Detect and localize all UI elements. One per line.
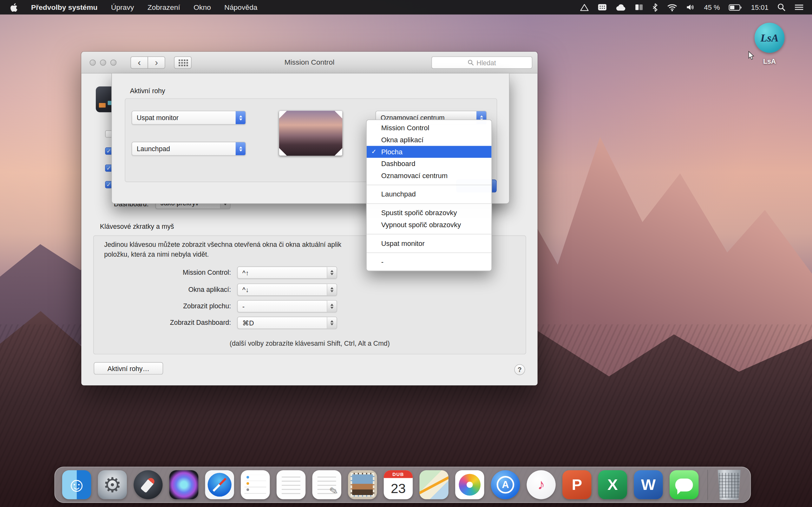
search-input[interactable]: Hledat: [432, 56, 532, 69]
dock-powerpoint[interactable]: P: [562, 470, 591, 499]
menu-okno[interactable]: Okno: [194, 3, 211, 11]
pen-icon: ✎: [328, 484, 339, 498]
dock-messages[interactable]: [670, 470, 699, 499]
dock-photos[interactable]: [455, 470, 484, 499]
gear-icon: ⚙: [103, 474, 122, 495]
shortcut-label-show-desktop: Zobrazit plochu:: [94, 300, 231, 313]
menu-zobrazeni[interactable]: Zobrazení: [148, 3, 180, 11]
calendar-day: 23: [384, 478, 413, 499]
help-button[interactable]: ?: [514, 364, 525, 375]
cloud-icon[interactable]: [616, 3, 626, 11]
dock-maps[interactable]: [419, 470, 448, 499]
menu-item-oznamovaci-centrum[interactable]: Oznamovací centrum: [367, 170, 491, 182]
menu-bar: Předvolby systému Úpravy Zobrazení Okno …: [0, 0, 812, 14]
shortcut-label-mission-control: Mission Control:: [94, 267, 231, 279]
volume-icon[interactable]: [687, 3, 695, 11]
notification-list-icon[interactable]: [794, 3, 803, 11]
menu-separator: [367, 234, 491, 234]
desktop: Předvolby systému Úpravy Zobrazení Okno …: [0, 0, 812, 507]
apple-menu-icon[interactable]: [10, 3, 18, 12]
menu-item-launchpad[interactable]: Launchpad: [367, 188, 491, 200]
shortcut-value: ^↑: [238, 269, 327, 276]
shortcut-popup-show-dashboard[interactable]: ⌘D: [237, 317, 337, 329]
rocket-icon: [140, 476, 156, 493]
menu-upravy[interactable]: Úpravy: [111, 3, 134, 11]
input-source-icon[interactable]: [598, 3, 607, 11]
menu-item-spustit-sporic[interactable]: Spustit spořič obrazovky: [367, 207, 491, 219]
shortcuts-section-title: Klávesové zkratky a myš: [100, 222, 174, 230]
dock-itunes[interactable]: ♪: [526, 470, 555, 499]
document-lines-icon: [282, 476, 300, 494]
menu-item-vypnout-sporic[interactable]: Vypnout spořič obrazovky: [367, 219, 491, 231]
desktop-shortcut-lsa[interactable]: LsA LsA: [749, 23, 791, 65]
shortcut-value: -: [238, 302, 327, 310]
hot-corner-marker-bottom-right: [335, 148, 342, 156]
app-store-a-icon: A: [497, 476, 514, 494]
lsa-badge-icon: LsA: [755, 23, 785, 53]
dock-reminders[interactable]: [241, 470, 270, 499]
stepper-icon: [236, 142, 246, 155]
stepper-icon: [236, 111, 246, 124]
dock-mail-stamp[interactable]: [348, 470, 377, 499]
dock-pages[interactable]: [276, 470, 305, 499]
drive-icon[interactable]: [580, 3, 589, 11]
compass-icon: [208, 473, 232, 497]
panels-icon[interactable]: [635, 3, 643, 11]
menu-item-uspat-monitor[interactable]: Uspat monitor: [367, 237, 491, 249]
dock-trash[interactable]: [717, 469, 742, 500]
hot-corners-button[interactable]: Aktivní rohy…: [94, 362, 163, 375]
corner-bottom-left-popup[interactable]: Launchpad: [132, 142, 246, 156]
dock-word[interactable]: W: [634, 470, 663, 499]
shortcuts-footnote: (další volby zobrazíte klávesami Shift, …: [94, 339, 526, 347]
finder-face-icon: ☺: [67, 475, 87, 495]
dock-excel[interactable]: X: [598, 470, 627, 499]
menu-item-okna-aplikaci[interactable]: Okna aplikací: [367, 134, 491, 146]
dock-app-store[interactable]: A: [491, 470, 520, 499]
battery-percentage: 45 %: [704, 3, 720, 11]
trash-mesh-icon: [719, 473, 740, 498]
menu-item-dashboard[interactable]: Dashboard: [367, 158, 491, 170]
dock-siri[interactable]: [169, 470, 198, 499]
search-placeholder: Hledat: [476, 59, 496, 66]
dock: ☺ ⚙ ✎ DUB 23 A ♪ P X W: [54, 467, 751, 503]
window-titlebar[interactable]: ‹ › Mission Control Hledat: [81, 52, 537, 73]
dock-finder[interactable]: ☺: [62, 470, 91, 499]
shortcut-label-app-windows: Okna aplikací:: [94, 284, 231, 296]
calendar-month: DUB: [384, 470, 413, 478]
hot-corner-marker-top-right: [335, 111, 342, 118]
dock-calendar[interactable]: DUB 23: [384, 470, 413, 499]
shortcuts-description-line1: Jedinou klávesou můžete zobrazit všechna…: [104, 239, 341, 249]
reminder-dot: [247, 488, 249, 491]
menu-item-mission-control[interactable]: Mission Control: [367, 122, 491, 134]
menu-item-none[interactable]: -: [367, 256, 491, 268]
stepper-icon: [327, 267, 337, 278]
pinwheel-center: [467, 482, 473, 488]
dock-safari[interactable]: [205, 470, 234, 499]
spotlight-icon[interactable]: [777, 3, 786, 11]
word-letter: W: [641, 477, 656, 493]
reminder-dot: [247, 482, 249, 485]
shortcut-popup-mission-control[interactable]: ^↑: [237, 267, 337, 279]
menu-bar-clock[interactable]: 15:01: [751, 3, 768, 11]
battery-icon[interactable]: [728, 4, 742, 10]
menu-item-plocha[interactable]: ✓Plocha: [367, 146, 491, 158]
shortcut-popup-app-windows[interactable]: ^↓: [237, 284, 337, 296]
shortcut-popup-show-desktop[interactable]: -: [237, 300, 337, 313]
bluetooth-icon[interactable]: [652, 3, 658, 12]
stamp-image-icon: [351, 473, 374, 497]
hot-corner-marker-bottom-left: [279, 148, 287, 156]
dock-launchpad[interactable]: [134, 470, 162, 499]
menu-napoveda[interactable]: Nápověda: [224, 3, 257, 11]
screen-preview-thumbnail: [279, 111, 342, 156]
corner-top-left-popup[interactable]: Uspat monitor: [132, 111, 246, 124]
mouse-cursor-icon: [748, 51, 755, 63]
menu-separator: [367, 204, 491, 204]
search-icon: [468, 60, 474, 66]
menu-app-name[interactable]: Předvolby systému: [31, 3, 98, 11]
menu-separator: [367, 185, 491, 185]
dock-system-preferences[interactable]: ⚙: [98, 470, 127, 499]
wifi-icon[interactable]: [667, 3, 678, 11]
dock-textedit[interactable]: ✎: [312, 470, 341, 499]
shortcut-value: ^↓: [238, 286, 327, 293]
dock-separator: [707, 469, 708, 500]
